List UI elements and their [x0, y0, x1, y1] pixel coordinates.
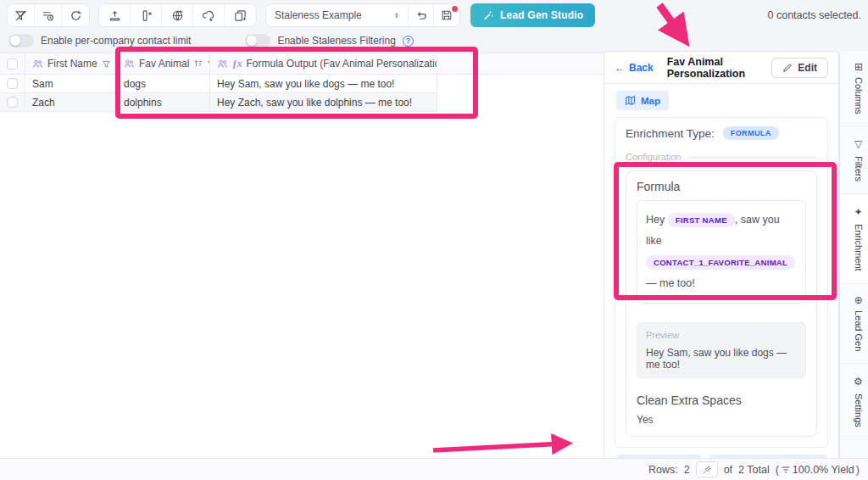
- formula-token-favorite-animal[interactable]: CONTACT_1_FAVORITE_ANIMAL: [646, 255, 795, 270]
- filter-tools-group: [7, 3, 90, 27]
- table-row[interactable]: Zach dolphins Hey Zach, saw you like dol…: [0, 93, 437, 112]
- people-icon: [124, 59, 135, 70]
- add-column-button[interactable]: [131, 4, 162, 26]
- rows-label: Rows:: [648, 464, 678, 476]
- column-label: Formula Output (Fav Animal Personalizati…: [247, 58, 438, 70]
- top-toolbar: Staleness Example ▲▼ Lead Gen Studio 0 c…: [0, 0, 868, 31]
- divider: [687, 157, 817, 158]
- undo-icon: [415, 9, 427, 21]
- people-icon: [32, 59, 43, 70]
- cell-fav-animal[interactable]: dogs: [117, 75, 210, 92]
- toggle-knob: [10, 36, 20, 46]
- refresh-icon: [70, 9, 82, 22]
- row-checkbox[interactable]: [7, 97, 18, 108]
- undo-button[interactable]: [409, 4, 434, 26]
- save-button[interactable]: [434, 4, 459, 26]
- clean-extra-spaces-value: Yes: [637, 414, 806, 426]
- formula-editor[interactable]: Hey FIRST NAME, saw you like CONTACT_1_F…: [637, 200, 806, 304]
- columns-icon: ⊞: [853, 63, 865, 71]
- cell-fav-animal[interactable]: dolphins: [117, 93, 210, 111]
- header-checkbox-cell: [0, 53, 25, 74]
- save-icon: [441, 9, 453, 21]
- of-label: of: [724, 464, 732, 476]
- yield-value: 100.0% Yield: [793, 464, 854, 476]
- duplicate-table-button[interactable]: [225, 4, 256, 26]
- cell-formula-output[interactable]: Hey Sam, saw you like dogs — me too!: [210, 75, 437, 92]
- tab-lead-gen[interactable]: ⊕ Lead Gen: [840, 284, 868, 364]
- cell-first-name[interactable]: Zach: [25, 93, 117, 111]
- column-label: First Name: [47, 58, 97, 70]
- per-company-limit-toggle[interactable]: [8, 34, 34, 47]
- panel-title: Fav Animal Personalization: [667, 56, 772, 80]
- formula-icon: ƒx: [232, 59, 242, 69]
- row-checkbox[interactable]: [7, 78, 18, 89]
- sort-icon[interactable]: [193, 59, 203, 69]
- right-tab-strip: ⊞ Columns ▽ Filters ✦ Enrichment ⊕ Lead …: [839, 51, 868, 458]
- settings-icon: ⚙: [853, 376, 865, 388]
- people-icon: [217, 59, 228, 70]
- preview-text: Hey Sam, saw you like dogs — me too!: [646, 347, 797, 371]
- column-header-formula-output[interactable]: ƒx Formula Output (Fav Animal Personaliz…: [210, 53, 437, 74]
- configuration-card: Enrichment Type: FORMULA Configuration F…: [615, 117, 828, 448]
- tab-enrichment[interactable]: ✦ Enrichment: [840, 194, 868, 284]
- filter-icon[interactable]: [102, 59, 111, 69]
- pushpin-icon: [702, 465, 712, 475]
- contacts-selected-text: 0 contacts selected.: [768, 9, 861, 21]
- cloud-import-button[interactable]: [193, 4, 225, 26]
- export-rows-icon: [108, 9, 121, 22]
- chevron-updown-icon: ▲▼: [394, 12, 399, 19]
- staleness-filtering-label: Enable Staleness Filtering: [277, 35, 395, 47]
- enrichment-icon: ✦: [853, 206, 865, 218]
- lead-gen-studio-label: Lead Gen Studio: [500, 9, 583, 21]
- web-enrich-button[interactable]: [162, 4, 193, 26]
- table-row[interactable]: Sam dogs Hey Sam, saw you like dogs — me…: [0, 75, 437, 93]
- export-rows-button[interactable]: [99, 4, 131, 26]
- formula-card: Formula Hey FIRST NAME, saw you like CON…: [626, 170, 817, 437]
- column-header-fav-animal[interactable]: Fav Animal ⋯: [117, 53, 210, 74]
- enrichment-type-badge: FORMULA: [723, 126, 779, 140]
- column-label: Fav Animal: [139, 58, 189, 70]
- duplicate-table-icon: [234, 9, 247, 22]
- globe-enrich-icon: [171, 9, 184, 22]
- table-header-row: First Name ⋯ Fav Animal ⋯ ƒx Formula Out…: [0, 53, 604, 75]
- refresh-button[interactable]: [62, 4, 89, 26]
- cell-first-name[interactable]: Sam: [25, 75, 117, 92]
- leadgen-icon: ⊕: [853, 296, 865, 304]
- staleness-filtering-toggle[interactable]: [245, 34, 270, 47]
- pin-rows-button[interactable]: [696, 461, 718, 477]
- pencil-icon: [782, 63, 793, 73]
- help-icon[interactable]: ?: [403, 36, 414, 47]
- magic-wand-icon: [482, 9, 494, 21]
- unsaved-changes-dot: [452, 6, 458, 12]
- tab-settings[interactable]: ⚙ Settings: [840, 364, 868, 440]
- clean-extra-spaces-label: Clean Extra Spaces: [637, 393, 806, 407]
- cell-formula-output[interactable]: Hey Zach, saw you like dolphins — me too…: [210, 93, 437, 111]
- panel-header: ← Back Fav Animal Personalization Edit: [604, 52, 838, 84]
- toggle-bar: Enable per-company contact limit Enable …: [0, 31, 868, 51]
- cloud-import-icon: [203, 9, 215, 22]
- row-status-button[interactable]: [35, 4, 62, 26]
- total-count: 2 Total: [738, 464, 770, 476]
- lead-gen-studio-button[interactable]: Lead Gen Studio: [470, 3, 595, 27]
- tab-columns[interactable]: ⊞ Columns: [840, 51, 868, 126]
- configuration-label: Configuration: [626, 152, 681, 162]
- view-selector-value: Staleness Example: [275, 9, 362, 21]
- rows-count: 2: [684, 464, 690, 476]
- yield-filter-icon: [781, 465, 791, 475]
- tab-filters[interactable]: ▽ Filters: [840, 126, 868, 194]
- enrichment-type-label: Enrichment Type:: [626, 127, 715, 140]
- map-button[interactable]: Map: [616, 91, 669, 110]
- status-bar: Rows: 2 of 2 Total ( 100.0% Yield ): [0, 458, 868, 480]
- clear-filters-button[interactable]: [8, 4, 35, 26]
- view-selector[interactable]: Staleness Example ▲▼: [266, 4, 409, 26]
- preview-label: Preview: [646, 330, 797, 340]
- filters-icon: ▽: [853, 138, 865, 150]
- back-button[interactable]: ← Back: [615, 62, 654, 74]
- formula-token-first-name[interactable]: FIRST NAME: [668, 213, 735, 227]
- column-header-first-name[interactable]: First Name ⋯: [25, 53, 117, 74]
- edit-button[interactable]: Edit: [771, 58, 828, 78]
- select-all-checkbox[interactable]: [7, 59, 18, 70]
- per-company-limit-label: Enable per-company contact limit: [41, 35, 191, 47]
- formula-heading: Formula: [637, 180, 806, 193]
- list-status-icon: [42, 9, 54, 22]
